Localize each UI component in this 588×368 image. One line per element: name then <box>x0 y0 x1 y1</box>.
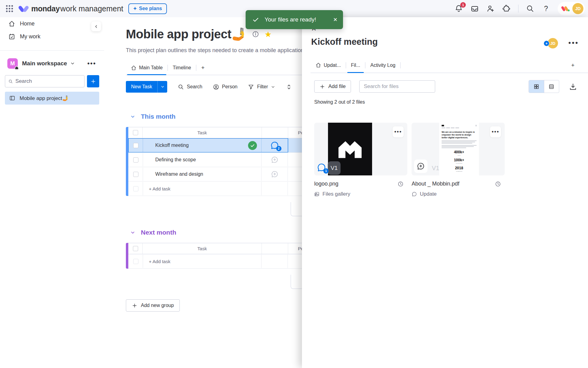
toast-close-icon[interactable]: ✕ <box>333 17 337 23</box>
sidebar-collapse-button[interactable] <box>91 21 101 31</box>
task-column-header[interactable]: Task <box>143 243 262 254</box>
add-owner-icon[interactable]: + <box>544 40 549 46</box>
task-cell[interactable]: Defining the scope <box>143 153 262 167</box>
row-checkbox[interactable] <box>133 157 138 163</box>
task-cell[interactable]: Wireframe and design <box>143 167 262 181</box>
apps-marketplace-icon[interactable] <box>502 4 511 13</box>
add-board-button[interactable] <box>87 75 99 87</box>
board-title[interactable]: Mobile app project🤳 <box>126 27 247 41</box>
new-task-split-button[interactable]: New Task <box>126 81 167 93</box>
download-icon[interactable] <box>569 83 577 91</box>
add-update-bubble-icon[interactable] <box>414 159 428 173</box>
chevron-down-icon[interactable] <box>70 61 75 66</box>
group-header[interactable]: Next month <box>126 229 322 236</box>
pdf-heading: We are on a mission to inspire & empower… <box>442 131 477 139</box>
clock-icon[interactable] <box>398 181 404 187</box>
files-search-input[interactable] <box>364 83 432 90</box>
file-thumbnail[interactable]: We are on a mission to inspire & empower… <box>412 123 505 175</box>
file-source-link[interactable]: Update <box>412 191 505 197</box>
tab-activity-log[interactable]: Activity Log <box>365 58 400 73</box>
invite-members-icon[interactable] <box>486 4 495 13</box>
file-source-link[interactable]: Files gallery <box>314 191 407 197</box>
grid-view-button[interactable] <box>529 80 544 93</box>
file-menu-icon[interactable]: ••• <box>393 126 404 137</box>
add-task-row[interactable]: + Add task <box>128 254 322 269</box>
chevron-down-icon[interactable] <box>130 114 135 119</box>
board-description[interactable]: This project plan outlines the steps nee… <box>126 47 304 54</box>
filter-button[interactable]: Filter <box>248 84 275 90</box>
chat-cell[interactable] <box>262 167 288 181</box>
clock-icon[interactable] <box>495 181 501 187</box>
file-name[interactable]: logoo.png <box>314 181 338 187</box>
row-checkbox[interactable] <box>133 172 138 177</box>
add-panel-tab-icon[interactable]: + <box>571 62 575 69</box>
sidebar-search-box[interactable] <box>5 75 85 87</box>
add-task-row[interactable]: + Add task <box>128 182 322 196</box>
file-menu-icon[interactable]: ••• <box>490 126 501 137</box>
apps-waffle-icon[interactable] <box>5 4 14 13</box>
update-bubble-icon <box>412 191 417 197</box>
add-update-bubble-icon[interactable] <box>271 156 279 164</box>
add-task-cell[interactable]: + Add task <box>143 255 262 268</box>
chat-cell[interactable]: 2 <box>262 139 288 152</box>
file-version-chip[interactable]: V1 <box>432 165 439 172</box>
table-header: Task Person <box>128 127 322 138</box>
help-icon[interactable]: ? <box>542 4 550 13</box>
search-tool-button[interactable]: Search <box>178 84 202 90</box>
group-title[interactable]: Next month <box>141 229 176 236</box>
file-source-label: Files gallery <box>322 191 350 197</box>
list-view-button[interactable] <box>544 80 559 93</box>
selected-row[interactable]: Kickoff meeting 2 <box>128 138 288 152</box>
tab-main-table[interactable]: Main Table <box>126 61 168 75</box>
chat-bubble-icon[interactable]: 2 <box>270 141 279 150</box>
person-filter-button[interactable]: Person <box>213 84 238 90</box>
panel-item-title[interactable]: Kickoff meeting <box>311 37 378 47</box>
row-checkbox[interactable] <box>133 143 138 148</box>
task-column-header[interactable]: Task <box>143 127 262 138</box>
file-cards: V1 1 ••• logoo.png Files gallery <box>314 123 505 197</box>
panel-owner-avatars[interactable]: + JD <box>544 38 558 48</box>
add-file-button[interactable]: Add file <box>314 80 351 93</box>
user-avatar[interactable]: JD <box>572 3 583 14</box>
file-thumbnail[interactable]: V1 1 ••• <box>314 123 407 175</box>
inbox-icon[interactable] <box>470 4 479 13</box>
search-icon[interactable] <box>526 4 534 13</box>
see-plans-button[interactable]: ✦ See plans <box>128 3 167 14</box>
new-task-button[interactable]: New Task <box>126 81 158 93</box>
sidebar-search-input[interactable] <box>15 78 81 84</box>
sidebar-item-my-work[interactable]: My work <box>0 30 104 43</box>
select-all-checkbox[interactable] <box>133 130 138 135</box>
tab-files[interactable]: Fil... <box>346 58 365 73</box>
sidebar-item-board[interactable]: Mobile app project🤳 <box>5 92 99 105</box>
info-icon[interactable] <box>252 31 259 38</box>
tab-updates[interactable]: Updat... <box>311 58 346 73</box>
file-chat-bubble[interactable]: 1 <box>317 163 326 172</box>
workspace-avatar[interactable]: M <box>7 58 18 69</box>
add-view-tab-icon[interactable]: + <box>196 64 209 71</box>
task-cell[interactable]: Kickoff meeting <box>143 139 262 152</box>
monday-logo[interactable]: mondaywork management <box>18 4 123 13</box>
add-new-group-button[interactable]: Add new group <box>126 299 180 312</box>
notifications-bell-icon[interactable]: 1 <box>454 4 463 13</box>
panel-menu-icon[interactable]: ••• <box>568 39 579 47</box>
file-name[interactable]: About _ Mobbin.pdf <box>412 181 459 187</box>
add-task-cell[interactable]: + Add task <box>143 182 262 195</box>
sort-button[interactable] <box>286 84 292 90</box>
group-header[interactable]: This month <box>126 113 322 120</box>
tab-timeline[interactable]: Timeline <box>168 61 196 75</box>
group-title[interactable]: This month <box>141 113 175 120</box>
select-all-checkbox[interactable] <box>133 246 138 251</box>
file-version-chip[interactable]: V1 <box>328 161 341 175</box>
chat-cell[interactable] <box>262 153 288 167</box>
task-name: Kickoff meeting <box>155 143 189 148</box>
favorite-star-icon[interactable]: ★ <box>265 30 272 38</box>
sidebar-item-home[interactable]: Home <box>0 17 104 30</box>
chevron-down-icon[interactable] <box>130 230 135 235</box>
row[interactable]: Defining the scope <box>128 153 288 167</box>
files-search-box[interactable] <box>359 80 435 93</box>
workspace-menu-icon[interactable]: ••• <box>87 59 96 67</box>
row[interactable]: Wireframe and design <box>128 167 288 181</box>
profile-pill[interactable]: JD <box>558 2 585 15</box>
new-task-dropdown-arrow[interactable] <box>158 81 167 93</box>
add-update-bubble-icon[interactable] <box>271 170 279 178</box>
